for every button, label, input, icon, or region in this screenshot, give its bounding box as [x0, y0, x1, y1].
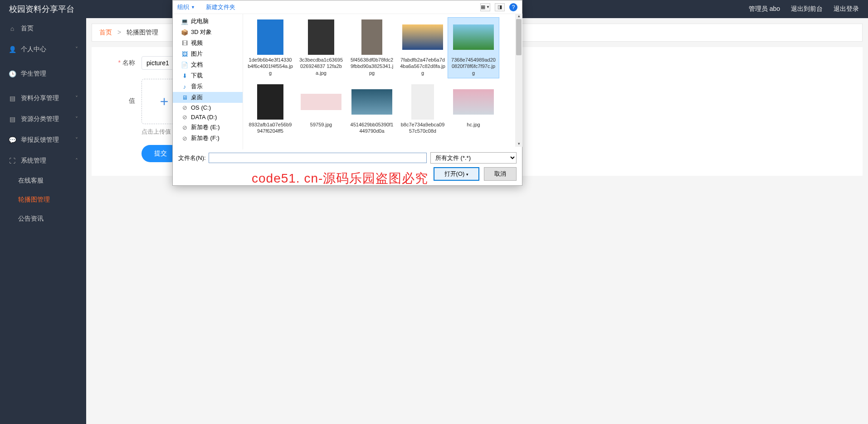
- file-item-1[interactable]: 3c3becdba1c63695026924837 12fa2ba.jpg: [296, 18, 346, 78]
- file-open-dialog: 组织▼ 新建文件夹 ▦▼ ◨ ? 💻此电脑📦3D 对象🎞视频🖼图片📄文档⬇下载♪…: [172, 0, 522, 186]
- file-item-6[interactable]: 59759.jpg: [296, 82, 346, 136]
- tree-label: 图片: [191, 50, 203, 58]
- nav-item-6[interactable]: ⛶系统管理˄: [0, 150, 86, 171]
- nav-icon: ▤: [8, 116, 16, 123]
- dialog-file-grid[interactable]: 1de9b6b4e3f14330b4f6c4001f4f554a.jpg3c3b…: [243, 14, 522, 149]
- file-thumbnail: [453, 89, 494, 115]
- nav-tree-item-5[interactable]: ⬇下载: [173, 70, 243, 81]
- nav-item-2[interactable]: 🕒学生管理: [0, 63, 86, 84]
- breadcrumb-home[interactable]: 首页: [99, 29, 112, 36]
- new-folder-button[interactable]: 新建文件夹: [206, 3, 235, 11]
- nav-item-1[interactable]: 👤个人中心˅: [0, 39, 86, 60]
- tree-icon: 💻: [181, 18, 188, 25]
- file-item-2[interactable]: 5f45638df0b78fdc29fbbd90a3825341.jpg: [346, 18, 397, 78]
- nav-icon: ⛶: [8, 157, 16, 164]
- tree-icon: 🖼: [181, 51, 188, 58]
- nav-sub-2[interactable]: 公告资讯: [0, 209, 86, 228]
- tree-icon: ⬇: [181, 72, 188, 79]
- nav-item-4[interactable]: ▤资源分类管理˅: [0, 109, 86, 130]
- nav-tree-item-4[interactable]: 📄文档: [173, 59, 243, 70]
- nav-tree-item-3[interactable]: 🖼图片: [173, 48, 243, 59]
- nav-tree-item-0[interactable]: 💻此电脑: [173, 16, 243, 27]
- nav-label: 举报反馈管理: [21, 136, 59, 144]
- nav-item-5[interactable]: 💬举报反馈管理˅: [0, 130, 86, 150]
- nav-tree-item-10[interactable]: ⊘新加卷 (E:): [173, 122, 243, 133]
- red-watermark-text: code51. cn-源码乐园盗图必究: [252, 170, 428, 187]
- file-item-9[interactable]: hc.jpg: [448, 82, 499, 136]
- chevron-icon: ˄: [75, 158, 78, 164]
- nav-sub-1[interactable]: 轮播图管理: [0, 190, 86, 209]
- tree-label: 文档: [191, 61, 203, 69]
- help-icon[interactable]: ?: [509, 3, 517, 11]
- logout-link[interactable]: 退出登录: [834, 5, 859, 13]
- nav-item-0[interactable]: ⌂首页: [0, 18, 86, 39]
- nav-icon: 🕒: [8, 70, 16, 77]
- chevron-icon: ˅: [75, 95, 78, 101]
- nav-sub-0[interactable]: 在线客服: [0, 171, 86, 190]
- chevron-icon: ˅: [75, 137, 78, 143]
- admin-label[interactable]: 管理员 abo: [749, 5, 780, 13]
- nav-icon: 💬: [8, 136, 16, 144]
- file-filter-select[interactable]: 所有文件 (*.*): [430, 152, 517, 164]
- cancel-button[interactable]: 取消: [484, 167, 517, 181]
- plus-icon: +: [160, 93, 169, 110]
- nav-label: 首页: [21, 24, 34, 33]
- file-item-0[interactable]: 1de9b6b4e3f14330b4f6c4001f4f554a.jpg: [245, 18, 296, 78]
- filename-input[interactable]: [209, 153, 427, 163]
- exit-front-link[interactable]: 退出到前台: [791, 5, 823, 13]
- file-thumbnail: [453, 24, 494, 50]
- file-item-5[interactable]: 8932afb1a07e56b9947f6204ff5: [245, 82, 296, 136]
- file-thumbnail: [402, 24, 443, 50]
- file-name: 4514629bb05390f1449790d0a: [348, 121, 395, 135]
- scroll-thumb[interactable]: [516, 19, 522, 55]
- tree-icon: ⊘: [181, 114, 188, 120]
- scroll-down-arrow[interactable]: ▾: [515, 141, 522, 147]
- tree-label: 下载: [191, 72, 203, 80]
- file-name: 59759.jpg: [297, 121, 345, 128]
- tree-label: 新加卷 (E:): [191, 123, 220, 131]
- nav-tree-item-11[interactable]: ⊘新加卷 (F:): [173, 133, 243, 144]
- nav-tree-item-7[interactable]: 🖥桌面: [173, 92, 243, 103]
- tree-label: 3D 对象: [191, 28, 212, 36]
- preview-pane-icon[interactable]: ◨: [495, 3, 505, 11]
- sidebar: ⌂首页👤个人中心˅🕒学生管理▤资料分享管理˅▤资源分类管理˅💬举报反馈管理˅⛶系…: [0, 18, 86, 424]
- nav-item-3[interactable]: ▤资料分享管理˅: [0, 88, 86, 109]
- nav-label: 系统管理: [21, 157, 46, 165]
- tree-icon: ⊘: [181, 124, 188, 131]
- nav-icon: 👤: [8, 46, 16, 53]
- file-item-8[interactable]: b8c7e734a9ebca0957c570c08d: [397, 82, 448, 136]
- file-item-3[interactable]: 7fabdfb2a47eb6a7d4ba6a567c82d8fa.jpg: [397, 18, 448, 78]
- breadcrumb-current: 轮播图管理: [127, 29, 158, 36]
- tree-icon: ⊘: [181, 104, 188, 111]
- view-mode-icon[interactable]: ▦▼: [480, 3, 490, 11]
- tree-label: OS (C:): [191, 104, 211, 111]
- dialog-scrollbar[interactable]: ▴ ▾: [515, 14, 522, 147]
- organize-button[interactable]: 组织▼: [177, 3, 195, 11]
- scroll-up-arrow[interactable]: ▴: [515, 14, 522, 19]
- nav-tree-item-6[interactable]: ♪音乐: [173, 81, 243, 92]
- file-item-7[interactable]: 4514629bb05390f1449790d0a: [346, 82, 397, 136]
- tree-icon: 🖥: [181, 94, 188, 101]
- file-name: 3c3becdba1c63695026924837 12fa2ba.jpg: [297, 57, 345, 76]
- open-button[interactable]: 打开(O) ▾: [434, 167, 479, 181]
- file-thumbnail: [411, 84, 434, 120]
- nav-tree-item-2[interactable]: 🎞视频: [173, 38, 243, 48]
- chevron-icon: ˅: [75, 116, 78, 122]
- tree-icon: ♪: [181, 83, 188, 90]
- dialog-nav-tree[interactable]: 💻此电脑📦3D 对象🎞视频🖼图片📄文档⬇下载♪音乐🖥桌面⊘OS (C:)⊘DAT…: [173, 14, 243, 149]
- nav-tree-item-9[interactable]: ⊘DATA (D:): [173, 112, 243, 122]
- brand-title: 校园资料分享平台: [9, 4, 74, 14]
- tree-label: 桌面: [191, 93, 203, 101]
- nav-label: 个人中心: [21, 45, 46, 53]
- nav-tree-item-1[interactable]: 📦3D 对象: [173, 27, 243, 38]
- file-name: b8c7e734a9ebca0957c570c08d: [399, 121, 446, 135]
- file-name: 8932afb1a07e56b9947f6204ff5: [247, 121, 294, 135]
- value-label: 值: [105, 79, 141, 105]
- nav-icon: ▤: [8, 95, 16, 102]
- file-name: 7fabdfb2a47eb6a7d4ba6a567c82d8fa.jpg: [399, 57, 446, 76]
- file-thumbnail: [361, 19, 382, 55]
- nav-tree-item-8[interactable]: ⊘OS (C:): [173, 103, 243, 112]
- file-thumbnail: [351, 89, 392, 115]
- file-thumbnail: [257, 84, 283, 120]
- file-item-4[interactable]: 7368e7454989ad200820f78f6fc7f97c.jpg: [448, 18, 499, 78]
